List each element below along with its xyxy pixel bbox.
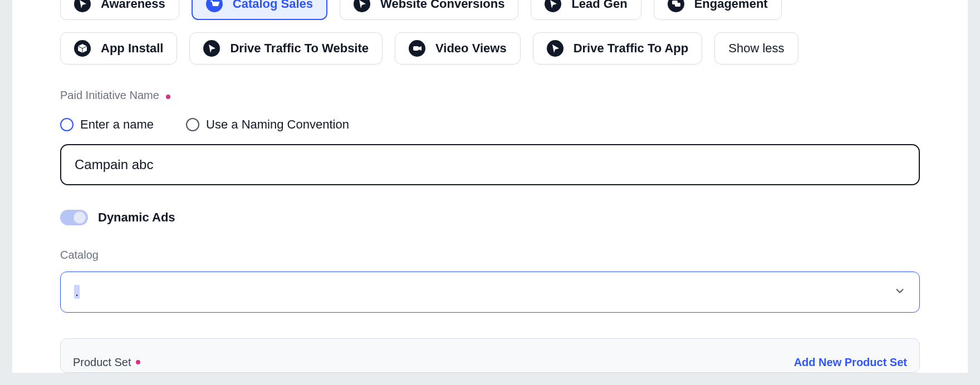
product-set-label: Product Set <box>73 356 131 369</box>
cursor-icon <box>354 0 370 12</box>
objective-chip-drive-traffic-web[interactable]: Drive Traffic To Website <box>189 32 383 65</box>
objective-chip-lead-gen[interactable]: Lead Gen <box>531 0 641 20</box>
cursor-icon <box>545 0 561 12</box>
objective-chip-catalog-sales[interactable]: Catalog Sales <box>192 0 327 20</box>
objective-chip-label: Website Conversions <box>380 0 504 11</box>
paid-initiative-section: Paid Initiative Name Enter a name Use a … <box>60 89 920 185</box>
add-new-product-set-link[interactable]: Add New Product Set <box>794 356 907 369</box>
objective-chip-engagement[interactable]: Engagement <box>654 0 782 20</box>
required-dot-icon <box>136 360 140 364</box>
cursor-icon <box>74 0 91 12</box>
radio-naming-convention[interactable]: Use a Naming Convention <box>186 117 349 132</box>
objective-chip-website-conversions[interactable]: Website Conversions <box>340 0 518 20</box>
svg-rect-17 <box>413 46 419 51</box>
show-less-label: Show less <box>728 41 784 56</box>
dynamic-ads-label: Dynamic Ads <box>98 210 175 225</box>
paid-initiative-name-input[interactable] <box>60 144 920 185</box>
objective-chip-drive-traffic-app[interactable]: Drive Traffic To App <box>533 32 703 65</box>
messages-icon <box>668 0 684 12</box>
chevron-down-icon <box>894 285 906 299</box>
objective-chip-label: Drive Traffic To App <box>574 41 689 56</box>
radio-unchecked-icon <box>186 118 199 131</box>
show-less-button[interactable]: Show less <box>714 32 798 65</box>
name-mode-radio-group: Enter a name Use a Naming Convention <box>60 117 920 132</box>
objective-row-2: App Install Drive Traffic To Website Vid… <box>60 32 920 65</box>
dynamic-ads-toggle[interactable] <box>60 210 88 225</box>
svg-point-4 <box>216 7 218 8</box>
objective-chip-awareness[interactable]: Awareness <box>60 0 179 20</box>
objective-chip-label: Catalog Sales <box>233 0 313 11</box>
required-dot-icon <box>166 95 170 99</box>
cursor-icon <box>547 40 564 57</box>
radio-label: Use a Naming Convention <box>206 117 349 132</box>
objective-chip-label: Awareness <box>101 0 165 11</box>
cursor-icon <box>203 40 220 57</box>
paid-initiative-label-row: Paid Initiative Name <box>60 89 920 102</box>
objective-chip-label: Video Views <box>435 41 507 56</box>
cube-icon <box>74 40 91 57</box>
catalog-select[interactable]: . <box>60 272 920 313</box>
radio-checked-icon <box>60 118 74 131</box>
cart-icon <box>206 0 223 12</box>
dynamic-ads-row: Dynamic Ads <box>60 210 920 225</box>
radio-enter-name[interactable]: Enter a name <box>60 117 154 132</box>
radio-label: Enter a name <box>80 117 154 132</box>
objective-chip-app-install[interactable]: App Install <box>60 32 177 65</box>
svg-point-3 <box>213 7 214 8</box>
paid-initiative-label: Paid Initiative Name <box>60 89 159 101</box>
catalog-section: Catalog . <box>60 249 920 313</box>
objective-chip-label: Drive Traffic To Website <box>230 41 369 56</box>
objective-chip-label: App Install <box>101 41 163 56</box>
objective-row-1: Awareness Catalog Sales Website Conversi… <box>60 0 920 20</box>
product-set-panel: Product Set Add New Product Set <box>60 338 920 373</box>
camera-icon <box>409 40 425 57</box>
catalog-select-value: . <box>74 286 80 298</box>
objective-chip-video-views[interactable]: Video Views <box>395 32 521 65</box>
toggle-knob-icon <box>74 211 86 224</box>
objective-chip-label: Lead Gen <box>571 0 627 11</box>
catalog-label: Catalog <box>60 249 920 261</box>
svg-rect-11 <box>675 3 680 7</box>
objective-chip-label: Engagement <box>694 0 768 11</box>
